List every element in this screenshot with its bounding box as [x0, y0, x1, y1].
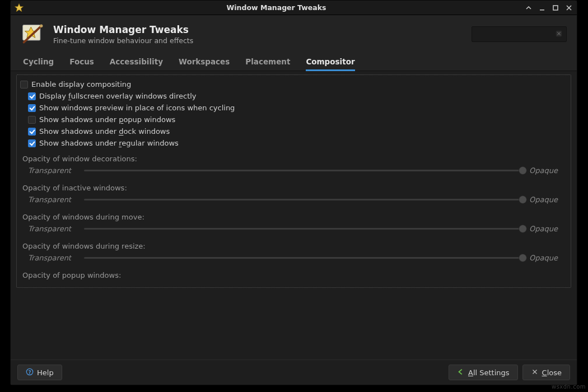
- slider-left-label: Transparent: [28, 166, 78, 175]
- compositor-group: Enable display compositing Display fulls…: [16, 74, 571, 288]
- svg-text:?: ?: [28, 369, 31, 375]
- slider-right-label: Opaque: [529, 166, 563, 175]
- slider-label-popup: Opacity of popup windows:: [20, 265, 565, 282]
- window-title: Window Manager Tweaks: [29, 3, 524, 12]
- help-button[interactable]: ? Help: [17, 365, 62, 380]
- opt-preview-checkbox[interactable]: [28, 104, 36, 112]
- slider-track[interactable]: [84, 170, 524, 171]
- tab-placement[interactable]: Placement: [245, 52, 290, 71]
- slider-track[interactable]: [84, 199, 524, 200]
- page-title: Window Manager Tweaks: [53, 24, 464, 35]
- enable-compositing-label: Enable display compositing: [31, 80, 131, 88]
- svg-rect-2: [553, 6, 558, 10]
- tab-compositor[interactable]: Compositor: [306, 53, 354, 71]
- help-icon: ?: [26, 368, 34, 377]
- opt-preview-label: Show windows preview in place of icons w…: [39, 104, 235, 112]
- opt-fullscreen-row[interactable]: Display fullscreen overlay windows direc…: [20, 90, 565, 102]
- close-button-footer[interactable]: Close: [522, 365, 570, 380]
- content: Enable display compositing Display fulls…: [11, 71, 577, 360]
- window: Window Manager Tweaks Window Manager Twe…: [10, 0, 577, 385]
- opt-popup-shadow-label: Show shadows under popup windows: [39, 115, 175, 124]
- shade-button[interactable]: [524, 3, 533, 12]
- slider-move[interactable]: Transparent Opaque: [20, 223, 565, 236]
- close-button[interactable]: [564, 3, 573, 12]
- titlebar[interactable]: Window Manager Tweaks: [11, 1, 577, 15]
- enable-compositing-row[interactable]: Enable display compositing: [20, 78, 565, 90]
- opt-regular-shadow-label: Show shadows under regular windows: [39, 139, 179, 147]
- opt-dock-shadow-label: Show shadows under dock windows: [39, 127, 170, 136]
- footer: ? Help All Settings Close: [11, 360, 577, 385]
- slider-left-label: Transparent: [28, 195, 78, 204]
- slider-resize[interactable]: Transparent Opaque: [20, 253, 565, 265]
- search-clear-icon[interactable]: [555, 29, 563, 40]
- all-settings-label: All Settings: [468, 368, 510, 377]
- search-input[interactable]: [472, 26, 567, 42]
- close-label: Close: [542, 368, 562, 377]
- tab-workspaces[interactable]: Workspaces: [179, 52, 230, 71]
- slider-right-label: Opaque: [529, 195, 563, 204]
- slider-track[interactable]: [84, 228, 524, 230]
- opt-fullscreen-checkbox[interactable]: [28, 92, 36, 100]
- header: Window Manager Tweaks Fine-tune window b…: [11, 15, 577, 52]
- slider-inactive[interactable]: Transparent Opaque: [20, 194, 565, 207]
- slider-decorations[interactable]: Transparent Opaque: [20, 165, 565, 178]
- app-icon: [14, 3, 24, 13]
- maximize-button[interactable]: [551, 3, 560, 12]
- opt-fullscreen-label: Display fullscreen overlay windows direc…: [39, 92, 197, 100]
- slider-thumb[interactable]: [519, 166, 527, 175]
- opt-dock-shadow-row[interactable]: Show shadows under dock windows: [20, 125, 565, 137]
- svg-rect-1: [540, 10, 544, 11]
- slider-left-label: Transparent: [28, 225, 78, 233]
- enable-compositing-checkbox[interactable]: [20, 81, 28, 88]
- slider-thumb[interactable]: [519, 254, 527, 262]
- slider-thumb[interactable]: [519, 225, 527, 233]
- slider-right-label: Opaque: [529, 254, 563, 262]
- slider-right-label: Opaque: [529, 225, 563, 233]
- slider-thumb[interactable]: [519, 195, 527, 204]
- page-subtitle: Fine-tune window behaviour and effects: [53, 36, 464, 45]
- svg-marker-0: [15, 3, 24, 11]
- back-icon: [457, 368, 465, 377]
- minimize-button[interactable]: [538, 3, 547, 12]
- slider-left-label: Transparent: [28, 254, 78, 262]
- slider-track[interactable]: [84, 257, 524, 259]
- all-settings-button[interactable]: All Settings: [449, 365, 518, 380]
- opt-regular-shadow-checkbox[interactable]: [28, 139, 36, 147]
- opt-dock-shadow-checkbox[interactable]: [28, 128, 36, 136]
- tab-cycling[interactable]: Cycling: [23, 52, 54, 71]
- watermark: wsxdn.com: [552, 384, 586, 390]
- window-controls: [524, 3, 573, 12]
- opt-popup-shadow-row[interactable]: Show shadows under popup windows: [20, 114, 565, 125]
- opt-preview-row[interactable]: Show windows preview in place of icons w…: [20, 102, 565, 114]
- opt-popup-shadow-checkbox[interactable]: [28, 116, 36, 124]
- tab-accessibility[interactable]: Accessibility: [110, 52, 163, 71]
- help-label: Help: [37, 368, 54, 377]
- slider-label-resize: Opacity of windows during resize:: [20, 236, 565, 253]
- header-icon: [21, 22, 45, 46]
- svg-point-5: [40, 25, 43, 28]
- tab-focus[interactable]: Focus: [69, 52, 94, 71]
- slider-label-inactive: Opacity of inactive windows:: [20, 178, 565, 194]
- tabs: Cycling Focus Accessibility Workspaces P…: [11, 52, 577, 71]
- opt-regular-shadow-row[interactable]: Show shadows under regular windows: [20, 137, 565, 149]
- slider-label-move: Opacity of windows during move:: [20, 207, 565, 223]
- close-icon: [531, 368, 539, 377]
- slider-label-decorations: Opacity of window decorations:: [20, 149, 565, 165]
